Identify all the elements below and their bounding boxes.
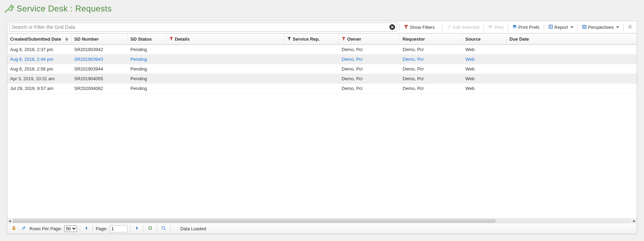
separator bbox=[399, 23, 400, 31]
caret-down-icon bbox=[616, 26, 619, 28]
horizontal-scrollbar[interactable]: ◄ ► bbox=[7, 218, 637, 223]
cell-sd-status: Pending bbox=[128, 45, 166, 54]
cell-service-rep bbox=[284, 55, 339, 64]
refresh-button[interactable] bbox=[146, 225, 154, 232]
separator bbox=[93, 225, 93, 232]
table-row[interactable]: Jul 29, 2019, 9:57 amSR202004082PendingD… bbox=[7, 84, 637, 93]
pencil-icon bbox=[447, 24, 452, 30]
zoom-button[interactable] bbox=[160, 225, 168, 232]
cell-service-rep bbox=[284, 45, 339, 54]
lock-button[interactable] bbox=[10, 225, 18, 232]
prev-page-button[interactable] bbox=[83, 225, 90, 232]
col-sd-status[interactable]: SD Status bbox=[128, 34, 166, 44]
print-prefs-button[interactable]: Print Prefs bbox=[510, 23, 542, 31]
col-label: SD Number bbox=[74, 36, 99, 42]
grid-header: Created/Submitted Date SD Number SD Stat… bbox=[7, 33, 637, 45]
cell-sd-status: Pending bbox=[128, 74, 166, 83]
col-label: Created/Submitted Date bbox=[10, 36, 61, 42]
tools-icon bbox=[3, 3, 15, 15]
svg-point-10 bbox=[629, 26, 631, 27]
svg-rect-8 bbox=[582, 25, 585, 28]
table-row[interactable]: Aug 6, 2018, 2:44 pmSR201903943PendingDe… bbox=[7, 55, 637, 64]
cell-requestor: Demo, Pcr bbox=[400, 64, 463, 74]
rows-per-page-select[interactable]: 50 bbox=[64, 225, 77, 232]
cell-due-date bbox=[507, 74, 637, 83]
search-input[interactable] bbox=[10, 23, 397, 31]
wrench-button[interactable] bbox=[20, 225, 27, 232]
col-label: Owner bbox=[347, 36, 361, 42]
table-row[interactable]: Apr 3, 2019, 10:31 amSR201904055PendingD… bbox=[7, 74, 637, 84]
col-created-submitted-date[interactable]: Created/Submitted Date bbox=[7, 34, 71, 44]
next-page-button[interactable] bbox=[134, 225, 140, 232]
cell-sd-number: SR201903942 bbox=[71, 45, 128, 54]
svg-rect-3 bbox=[489, 27, 491, 28]
perspectives-icon bbox=[582, 24, 587, 30]
cell-created: Jul 29, 2019, 9:57 am bbox=[7, 84, 71, 93]
gear-icon bbox=[628, 24, 633, 30]
print-icon bbox=[488, 24, 493, 30]
cell-sd-number: SR201903944 bbox=[71, 64, 128, 74]
edit-selected-button[interactable]: Edit Selected bbox=[445, 23, 482, 31]
col-requestor[interactable]: Requestor bbox=[400, 34, 463, 44]
cell-service-rep bbox=[284, 84, 339, 93]
footer: Rows Per Page: 50 Page: bbox=[7, 223, 637, 234]
scroll-thumb[interactable] bbox=[13, 219, 495, 223]
scroll-left-arrow-icon[interactable]: ◄ bbox=[7, 218, 12, 223]
cell-service-rep bbox=[284, 64, 339, 74]
col-details[interactable]: Details bbox=[166, 34, 284, 44]
funnel-icon bbox=[169, 36, 173, 42]
settings-gear-button[interactable] bbox=[626, 23, 635, 31]
separator bbox=[623, 23, 624, 31]
lock-icon bbox=[11, 226, 16, 232]
refresh-icon bbox=[148, 226, 153, 232]
cell-source: Web bbox=[463, 64, 507, 74]
cell-requestor: Demo, Pcr bbox=[400, 84, 463, 93]
scroll-track[interactable] bbox=[13, 219, 631, 223]
arrow-left-icon bbox=[84, 226, 88, 231]
separator bbox=[143, 225, 144, 232]
col-due-date[interactable]: Due Date bbox=[507, 34, 637, 44]
perspectives-label: Perspectives bbox=[588, 25, 614, 30]
show-filters-button[interactable]: Show Filters bbox=[402, 23, 437, 31]
cell-details bbox=[166, 74, 284, 83]
col-sd-number[interactable]: SD Number bbox=[71, 34, 128, 44]
cell-owner: Demo, Pcr bbox=[339, 45, 400, 54]
cell-requestor: Demo, Pcr bbox=[400, 74, 463, 83]
cell-owner: Demo, Pcr bbox=[339, 55, 400, 64]
svg-point-12 bbox=[162, 226, 165, 229]
col-owner[interactable]: Owner bbox=[339, 34, 400, 44]
col-source[interactable]: Source bbox=[463, 34, 507, 44]
cell-created: Aug 6, 2018, 2:56 pm bbox=[7, 64, 71, 74]
report-button[interactable]: Report bbox=[546, 23, 575, 31]
separator bbox=[442, 23, 443, 31]
page-input[interactable] bbox=[110, 225, 128, 232]
cell-due-date bbox=[507, 64, 637, 74]
cell-sd-number: SR202004082 bbox=[71, 84, 128, 93]
svg-rect-6 bbox=[514, 27, 516, 28]
separator bbox=[80, 225, 80, 232]
perspectives-button[interactable]: Perspectives bbox=[580, 23, 621, 31]
table-row[interactable]: Aug 6, 2018, 2:37 pmSR201903942PendingDe… bbox=[7, 45, 637, 55]
col-label: SD Status bbox=[130, 36, 152, 42]
col-label: Details bbox=[175, 36, 190, 42]
grid-panel: Show Filters Edit Selected Print bbox=[7, 21, 637, 234]
edit-selected-label: Edit Selected bbox=[453, 25, 480, 30]
grid-body[interactable]: Aug 6, 2018, 2:37 pmSR201903942PendingDe… bbox=[7, 45, 637, 218]
clear-search-icon[interactable] bbox=[389, 24, 395, 30]
cell-created: Aug 6, 2018, 2:37 pm bbox=[7, 45, 71, 54]
table-row[interactable]: Aug 6, 2018, 2:56 pmSR201903944PendingDe… bbox=[7, 64, 637, 74]
scroll-right-arrow-icon[interactable]: ► bbox=[632, 218, 637, 223]
separator bbox=[508, 23, 508, 31]
cell-owner: Demo, Pcr bbox=[339, 74, 400, 83]
arrow-right-icon bbox=[135, 226, 139, 231]
cell-sd-status: Pending bbox=[128, 55, 166, 64]
print-button[interactable]: Print bbox=[486, 23, 506, 31]
sort-arrows-icon bbox=[65, 37, 68, 41]
svg-rect-9 bbox=[583, 26, 586, 28]
separator bbox=[170, 225, 171, 232]
page-title: Service Desk : Requests bbox=[17, 4, 112, 14]
col-service-rep[interactable]: Service Rep. bbox=[284, 34, 339, 44]
cell-due-date bbox=[507, 45, 637, 54]
cell-sd-number: SR201903943 bbox=[71, 55, 128, 64]
svg-rect-11 bbox=[12, 228, 15, 230]
